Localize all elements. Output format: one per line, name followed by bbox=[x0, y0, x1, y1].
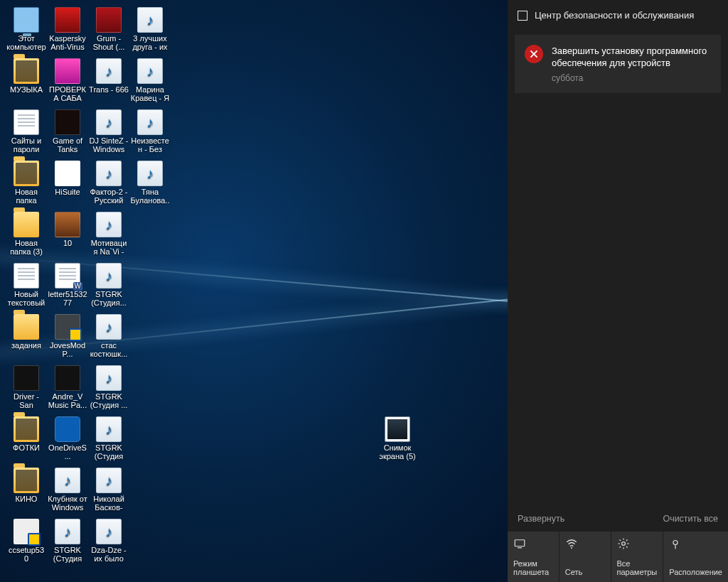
folder-photos-icon bbox=[14, 416, 39, 442]
app-kaspersky[interactable]: Kaspersky Anti-Virus bbox=[47, 6, 88, 54]
svg-line-11 bbox=[619, 546, 621, 548]
app-hisuite-icon bbox=[55, 161, 80, 186]
folder-new-3[interactable]: Новая папка (3) bbox=[6, 210, 47, 259]
action-center-footer: Развернуть Очистить все Режим планшетаСе… bbox=[508, 507, 728, 582]
folder-tasks[interactable]: задания bbox=[6, 313, 47, 361]
app-game-of-tanks-icon bbox=[55, 109, 80, 135]
notification-title: Завершить установку программного обеспеч… bbox=[552, 45, 711, 69]
app-driver-sf-icon bbox=[14, 365, 39, 391]
folder-music-label: МУЗЫКА bbox=[10, 85, 43, 94]
doc-new-text-icon bbox=[14, 263, 39, 289]
audio-stas[interactable]: стас костюшк... bbox=[88, 313, 129, 361]
audio-stgrk-1[interactable]: STGRK (Студия... bbox=[88, 262, 129, 310]
tile-all-settings-icon bbox=[617, 537, 630, 550]
app-hisuite[interactable]: HiSuite bbox=[47, 159, 88, 208]
audio-3-friends-label: 3 лучших друга - их ... bbox=[130, 34, 170, 51]
app-grum[interactable]: Grum - Shout (... bbox=[88, 6, 129, 54]
audio-stgrk-3[interactable]: STGRK (Студия ГР... bbox=[88, 415, 129, 463]
app-andre-v-icon bbox=[55, 365, 80, 391]
folder-music[interactable]: МУЗЫКА bbox=[6, 57, 47, 105]
audio-klubnyak[interactable]: Клубняк от Windows ... bbox=[47, 466, 88, 514]
audio-baskov[interactable]: Николай Басков- ш... bbox=[88, 466, 129, 514]
audio-stgrk-2[interactable]: STGRK (Студия ... bbox=[88, 364, 129, 412]
app-kaspersky-icon bbox=[55, 7, 80, 33]
app-onedrive[interactable]: OneDriveS... bbox=[47, 415, 88, 463]
app-driver-sf[interactable]: Driver - San Francisco bbox=[6, 364, 47, 412]
this-pc-label: Этот компьютер bbox=[6, 34, 46, 51]
folder-photos[interactable]: ФОТКИ bbox=[6, 415, 47, 463]
audio-3-friends-icon bbox=[137, 7, 163, 33]
expand-link[interactable]: Развернуть bbox=[518, 514, 564, 524]
tile-all-settings[interactable]: Все параметры bbox=[611, 531, 664, 582]
audio-faktor2[interactable]: Фактор-2 - Русский н... bbox=[88, 159, 129, 208]
audio-stgrk-4-icon bbox=[55, 519, 80, 544]
folder-new[interactable]: Новая папка bbox=[6, 159, 47, 208]
tile-network-label: Сеть bbox=[565, 568, 605, 576]
folder-movies[interactable]: КИНО bbox=[6, 466, 47, 514]
audio-unknown[interactable]: Неизвестен - Без названия bbox=[129, 108, 171, 156]
app-grum-label: Grum - Shout (... bbox=[89, 34, 129, 51]
svg-point-2 bbox=[571, 547, 572, 549]
audio-klubnyak-label: Клубняк от Windows ... bbox=[48, 495, 87, 512]
doc-sites-passwords-icon bbox=[14, 109, 39, 135]
audio-kravets[interactable]: Марина Кравец - Я ... bbox=[129, 57, 171, 105]
audio-dza-dze-icon bbox=[96, 519, 122, 544]
app-jovesmod-label: JovesModP... bbox=[48, 341, 87, 358]
app-onedrive-label: OneDriveS... bbox=[48, 443, 87, 460]
audio-stgrk-2-label: STGRK (Студия ... bbox=[89, 392, 129, 409]
audio-stgrk-3-label: STGRK (Студия ГР... bbox=[89, 443, 129, 460]
audio-navi[interactable]: Мотивация Na`Vi - Из... bbox=[88, 210, 129, 259]
tile-location[interactable]: Расположение bbox=[663, 531, 728, 582]
audio-faktor2-label: Фактор-2 - Русский н... bbox=[89, 188, 129, 205]
doc-sites-passwords[interactable]: Сайты и пароли bbox=[6, 108, 47, 156]
screenshot-5[interactable]: Снимок экрана (5) bbox=[377, 415, 418, 463]
audio-baskov-label: Николай Басков- ш... bbox=[89, 495, 129, 512]
app-grum-icon bbox=[96, 7, 122, 33]
tile-tablet-mode-icon bbox=[513, 537, 526, 550]
app-jovesmod[interactable]: JovesModP... bbox=[47, 313, 88, 361]
audio-bulanova-icon bbox=[137, 161, 163, 186]
audio-unknown-icon bbox=[137, 109, 163, 135]
doc-sites-passwords-label: Сайты и пароли bbox=[6, 136, 46, 153]
doc-letter5153277[interactable]: letter5153277 bbox=[47, 262, 88, 310]
notification-card[interactable]: Завершить установку программного обеспеч… bbox=[515, 35, 721, 93]
audio-trans-666[interactable]: Trans - 666 bbox=[88, 57, 129, 105]
audio-stgrk-4[interactable]: STGRK (Студия ГР... bbox=[47, 517, 88, 566]
audio-dj-sintez[interactable]: DJ SinteZ - Windows ... bbox=[88, 108, 129, 156]
audio-dza-dze[interactable]: Dza-Dze - их было тро... bbox=[88, 517, 129, 566]
audio-faktor2-icon bbox=[96, 161, 122, 186]
screenshot-5-label: Снимок экрана (5) bbox=[378, 443, 417, 460]
folder-movies-label: КИНО bbox=[16, 495, 38, 503]
doc-new-text[interactable]: Новый текстовый ... bbox=[6, 262, 47, 310]
quick-action-tiles: Режим планшетаСетьВсе параметрыРасположе… bbox=[508, 531, 728, 582]
app-andre-v[interactable]: Andre_V Music Pa... bbox=[47, 364, 88, 412]
tile-network[interactable]: Сеть bbox=[560, 531, 611, 582]
tile-location-label: Расположение bbox=[669, 568, 722, 576]
this-pc[interactable]: Этот компьютер bbox=[6, 6, 47, 54]
app-game-of-tanks[interactable]: Game of Tanks bbox=[47, 108, 88, 156]
svg-line-9 bbox=[626, 546, 628, 548]
svg-point-3 bbox=[621, 542, 625, 546]
app-proverka[interactable]: ПРОВЕРКА САБА ПО... bbox=[47, 57, 88, 105]
audio-dj-sintez-label: DJ SinteZ - Windows ... bbox=[89, 136, 129, 153]
audio-baskov-icon bbox=[96, 468, 122, 493]
audio-bulanova[interactable]: Тяна Буланова... bbox=[129, 159, 171, 208]
app-driver-sf-label: Driver - San Francisco bbox=[6, 392, 46, 409]
app-ccsetup[interactable]: ccsetup530 bbox=[6, 517, 47, 566]
folder-new-3-icon bbox=[14, 212, 39, 237]
audio-dza-dze-label: Dza-Dze - их было тро... bbox=[89, 546, 129, 563]
desktop-icons-area[interactable]: Этот компьютерKaspersky Anti-VirusGrum -… bbox=[4, 4, 508, 582]
audio-3-friends[interactable]: 3 лучших друга - их ... bbox=[129, 6, 171, 54]
audio-stgrk-3-icon bbox=[96, 416, 122, 442]
app-jovesmod-icon bbox=[55, 314, 80, 340]
tile-location-icon bbox=[669, 537, 682, 550]
tile-tablet-mode-label: Режим планшета bbox=[513, 559, 553, 576]
app-ten[interactable]: 10 bbox=[47, 210, 88, 259]
clear-all-link[interactable]: Очистить все bbox=[663, 514, 718, 524]
audio-stas-icon bbox=[96, 314, 122, 340]
audio-navi-icon bbox=[96, 212, 122, 237]
tile-tablet-mode[interactable]: Режим планшета bbox=[508, 531, 560, 582]
app-game-of-tanks-label: Game of Tanks bbox=[48, 136, 87, 153]
audio-trans-666-label: Trans - 666 bbox=[89, 85, 129, 94]
action-center-title: Центр безопасности и обслуживания bbox=[535, 10, 694, 21]
